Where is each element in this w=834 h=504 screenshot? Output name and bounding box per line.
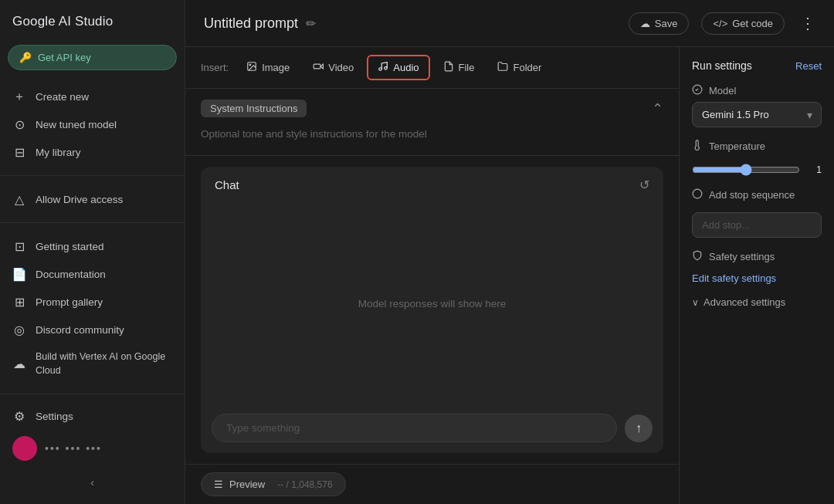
chevron-down-icon: ∨ bbox=[692, 297, 699, 308]
code-icon: </> bbox=[713, 18, 727, 29]
edit-safety-settings-link[interactable]: Edit safety settings bbox=[692, 272, 822, 284]
stop-icon bbox=[692, 188, 703, 201]
temp-icon bbox=[692, 140, 703, 153]
file-icon bbox=[443, 61, 454, 74]
chat-messages-area: Model responses will show here bbox=[201, 201, 663, 406]
insert-label: Insert: bbox=[201, 62, 229, 73]
chat-input[interactable] bbox=[212, 414, 617, 442]
preview-button[interactable]: ☰ Preview -- / 1,048,576 bbox=[201, 472, 346, 496]
get-code-label: Get code bbox=[732, 18, 773, 29]
get-code-button[interactable]: </> Get code bbox=[701, 12, 785, 35]
token-count: -- / 1,048,576 bbox=[277, 479, 332, 490]
sidebar-item-getting-started[interactable]: ⊡ Getting started bbox=[0, 232, 185, 260]
sidebar-item-my-library[interactable]: ⊟ My library bbox=[0, 138, 185, 166]
api-key-label: Get API key bbox=[38, 52, 91, 63]
advanced-settings-section[interactable]: ∨ Advanced settings bbox=[692, 296, 822, 308]
svg-point-7 bbox=[693, 189, 702, 198]
collapse-sidebar-button[interactable]: ‹ bbox=[0, 468, 185, 496]
collapse-system-instructions-button[interactable]: ⌃ bbox=[652, 100, 663, 117]
video-icon bbox=[313, 61, 324, 74]
system-instructions-placeholder[interactable]: Optional tone and style instructions for… bbox=[201, 125, 663, 144]
safety-icon bbox=[692, 250, 703, 263]
chevron-left-icon: ‹ bbox=[90, 476, 94, 489]
svg-point-4 bbox=[379, 68, 382, 71]
audio-icon bbox=[378, 61, 388, 74]
temperature-value: 1 bbox=[806, 164, 822, 175]
sidebar-drive-section: △ Allow Drive access bbox=[0, 182, 185, 216]
stop-sequence-input[interactable] bbox=[692, 212, 822, 238]
chat-container: Chat ↺ Model responses will show here ↑ bbox=[201, 167, 663, 453]
settings-label: Settings bbox=[36, 411, 73, 422]
sidebar-item-label: My library bbox=[36, 147, 81, 158]
sidebar-item-vertex[interactable]: ☁ Build with Vertex AI on Google Cloud bbox=[0, 343, 185, 384]
insert-folder-button[interactable]: Folder bbox=[487, 56, 551, 79]
chat-header: Chat ↺ bbox=[201, 167, 663, 201]
reset-button[interactable]: Reset bbox=[795, 60, 822, 72]
insert-audio-button[interactable]: Audio bbox=[367, 55, 429, 80]
chat-title: Chat bbox=[215, 178, 239, 191]
sidebar-item-label: Allow Drive access bbox=[36, 194, 123, 205]
editor-panel: Insert: Image Video bbox=[185, 47, 680, 504]
bookmark-icon: ⊡ bbox=[12, 239, 26, 253]
temperature-slider[interactable] bbox=[692, 164, 800, 176]
more-options-button[interactable]: ⋮ bbox=[797, 11, 819, 36]
system-instructions-badge: System Instructions bbox=[201, 100, 307, 117]
sidebar-divider-2 bbox=[0, 222, 185, 223]
insert-file-button[interactable]: File bbox=[433, 56, 485, 79]
main-content: Untitled prompt ✏ ☁ Save </> Get code ⋮ … bbox=[185, 0, 834, 504]
insert-image-label: Image bbox=[262, 62, 290, 73]
sidebar-item-label: Create new bbox=[36, 91, 89, 103]
send-icon: ↑ bbox=[636, 421, 642, 435]
save-label: Save bbox=[655, 18, 678, 29]
model-select[interactable]: Gemini 1.5 Pro Gemini 1.5 Flash Gemini 1… bbox=[692, 102, 822, 127]
system-instructions-section: System Instructions ⌃ Optional tone and … bbox=[185, 89, 679, 156]
temp-slider-wrap bbox=[692, 164, 800, 176]
chat-empty-message: Model responses will show here bbox=[358, 298, 506, 310]
gallery-icon: ⊞ bbox=[12, 295, 26, 309]
insert-audio-label: Audio bbox=[393, 62, 419, 73]
avatar bbox=[12, 436, 37, 461]
stop-sequence-section: Add stop sequence bbox=[692, 188, 822, 238]
sidebar: Google AI Studio 🔑 Get API key ＋ Create … bbox=[0, 0, 185, 504]
svg-point-1 bbox=[249, 64, 251, 66]
get-api-key-button[interactable]: 🔑 Get API key bbox=[8, 45, 177, 70]
sidebar-item-create-new[interactable]: ＋ Create new bbox=[0, 83, 185, 110]
app-logo: Google AI Studio bbox=[0, 0, 185, 42]
safety-settings-label: Safety settings bbox=[692, 250, 822, 263]
sidebar-item-new-tuned-model[interactable]: ⊙ New tuned model bbox=[0, 110, 185, 138]
sys-header: System Instructions ⌃ bbox=[201, 100, 663, 117]
temperature-row: 1 bbox=[692, 164, 822, 176]
cloud-icon: ☁ bbox=[12, 357, 26, 371]
sidebar-item-discord[interactable]: ◎ Discord community bbox=[0, 316, 185, 343]
svg-rect-2 bbox=[314, 64, 320, 69]
user-name: ••• ••• ••• bbox=[45, 442, 102, 455]
sidebar-item-prompt-gallery[interactable]: ⊞ Prompt gallery bbox=[0, 288, 185, 316]
insert-image-button[interactable]: Image bbox=[236, 56, 300, 79]
run-settings-title: Run settings bbox=[692, 59, 752, 72]
edit-title-icon[interactable]: ✏ bbox=[306, 16, 316, 31]
sidebar-item-documentation[interactable]: 📄 Documentation bbox=[0, 260, 185, 288]
preview-icon: ☰ bbox=[214, 479, 223, 490]
refresh-icon[interactable]: ↺ bbox=[639, 178, 649, 192]
insert-video-label: Video bbox=[328, 62, 354, 73]
sidebar-item-label: Prompt gallery bbox=[36, 296, 103, 308]
model-select-wrapper: Gemini 1.5 Pro Gemini 1.5 Flash Gemini 1… bbox=[692, 102, 822, 127]
sidebar-item-label: Getting started bbox=[36, 241, 104, 252]
sidebar-bottom: ⚙ Settings ••• ••• ••• ‹ bbox=[0, 394, 185, 504]
insert-video-button[interactable]: Video bbox=[303, 56, 364, 79]
folder-icon bbox=[497, 61, 508, 74]
preview-label: Preview bbox=[229, 479, 265, 490]
key-icon: 🔑 bbox=[19, 52, 32, 63]
save-button[interactable]: ☁ Save bbox=[629, 12, 690, 35]
sidebar-item-settings[interactable]: ⚙ Settings bbox=[0, 402, 185, 430]
plus-icon: ＋ bbox=[12, 90, 26, 103]
insert-folder-label: Folder bbox=[513, 62, 541, 73]
sidebar-item-allow-drive[interactable]: △ Allow Drive access bbox=[0, 185, 185, 213]
insert-bar: Insert: Image Video bbox=[185, 47, 679, 89]
advanced-settings-label: Advanced settings bbox=[703, 296, 785, 308]
send-button[interactable]: ↑ bbox=[625, 414, 653, 442]
library-icon: ⊟ bbox=[12, 145, 26, 159]
prompt-title-area: Untitled prompt ✏ bbox=[204, 15, 316, 32]
content-area: Insert: Image Video bbox=[185, 47, 834, 504]
insert-file-label: File bbox=[459, 62, 475, 73]
